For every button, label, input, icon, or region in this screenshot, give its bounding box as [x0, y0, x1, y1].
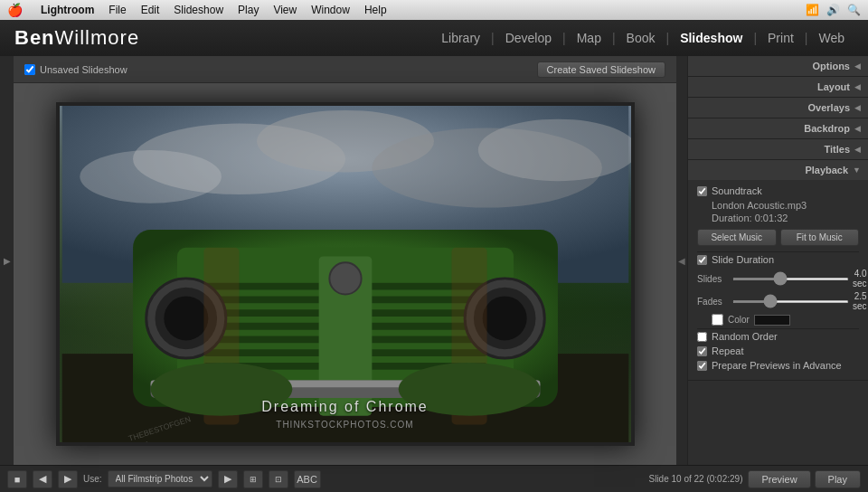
fades-label: Fades: [697, 297, 729, 307]
slide-duration-label: Slide Duration: [712, 254, 774, 265]
unsaved-checkbox-row: Unsaved Slideshow: [24, 64, 127, 75]
play-filmstrip-button[interactable]: ▶: [218, 470, 238, 488]
svg-point-5: [477, 119, 630, 182]
preview-area: THEBESTOFGEN .COM Dreaming of Chrome THI…: [14, 83, 676, 465]
random-order-checkbox[interactable]: [697, 332, 707, 342]
create-saved-slideshow-button[interactable]: Create Saved Slideshow: [537, 62, 665, 78]
svg-point-21: [482, 296, 526, 340]
slide-info: Slide 10 of 22 (0:02:29): [649, 474, 743, 484]
fades-slider[interactable]: [732, 300, 849, 303]
left-panel[interactable]: ▶: [0, 56, 14, 465]
options-arrow: ◀: [854, 62, 861, 71]
layout-section: Layout ◀: [688, 77, 868, 98]
nav-develop[interactable]: Develop: [496, 27, 561, 49]
slide-duration-checkbox[interactable]: [697, 255, 707, 265]
right-expand-arrow[interactable]: ◀: [676, 56, 687, 465]
title-bar: BenWillmore Library | Develop | Map | Bo…: [0, 20, 868, 56]
unsaved-label: Unsaved Slideshow: [40, 64, 127, 75]
fit-to-music-button[interactable]: Fit to Music: [780, 229, 860, 246]
abc-button[interactable]: ABC: [294, 470, 321, 488]
filmstrip-icon1[interactable]: ⊞: [243, 470, 263, 488]
brand: BenWillmore: [14, 26, 139, 50]
overlays-section: Overlays ◀: [688, 98, 868, 118]
music-file: London Acoustic.mp3: [712, 200, 859, 211]
options-label: Options: [812, 61, 850, 71]
prev-button[interactable]: ◀: [33, 470, 52, 488]
filmstrip-icon2[interactable]: ⊡: [269, 470, 288, 488]
menu-window[interactable]: Window: [311, 4, 350, 16]
menu-file[interactable]: File: [108, 4, 126, 16]
random-order-row: Random Order: [697, 331, 859, 342]
left-panel-arrow[interactable]: ▶: [4, 256, 11, 266]
fades-slider-row: Fades 2.5 sec: [697, 291, 859, 311]
slides-label: Slides: [697, 274, 729, 284]
unsaved-checkbox[interactable]: [24, 64, 35, 75]
menu-play[interactable]: Play: [238, 4, 259, 16]
wifi-icon: 📶: [806, 4, 819, 16]
select-music-button[interactable]: Select Music: [697, 229, 777, 246]
volume-icon: 🔊: [826, 4, 840, 16]
color-checkbox[interactable]: [712, 314, 723, 326]
repeat-label: Repeat: [712, 345, 743, 356]
playback-section: Playback ▼ Soundtrack London Acoustic.mp…: [688, 160, 868, 381]
overlays-label: Overlays: [808, 102, 850, 113]
backdrop-arrow: ◀: [854, 124, 861, 133]
options-section: Options ◀: [688, 56, 868, 77]
slides-slider[interactable]: [732, 278, 849, 280]
color-label: Color: [728, 315, 750, 325]
playback-arrow: ▼: [853, 166, 861, 175]
repeat-checkbox[interactable]: [697, 346, 707, 356]
menu-view[interactable]: View: [273, 4, 297, 16]
layout-header[interactable]: Layout ◀: [688, 77, 868, 97]
slideshow-toolbar: Unsaved Slideshow Create Saved Slideshow: [14, 56, 676, 83]
soundtrack-row: Soundtrack: [697, 185, 859, 196]
menu-bar: 🍎 Lightroom File Edit Slideshow Play Vie…: [0, 0, 868, 20]
soundtrack-label: Soundtrack: [712, 185, 762, 196]
nav-print[interactable]: Print: [759, 27, 803, 49]
truck-illustration: THEBESTOFGEN .COM: [60, 106, 631, 442]
prepare-previews-row: Prepare Previews in Advance: [697, 360, 859, 371]
nav-web[interactable]: Web: [809, 27, 854, 49]
titles-label: Titles: [824, 144, 850, 155]
color-swatch[interactable]: [754, 315, 790, 326]
apple-menu[interactable]: 🍎: [7, 3, 23, 17]
playback-label: Playback: [805, 165, 848, 175]
slide-image: THEBESTOFGEN .COM: [60, 106, 631, 442]
titles-arrow: ◀: [854, 145, 861, 154]
menu-slideshow[interactable]: Slideshow: [174, 4, 223, 16]
titles-section: Titles ◀: [688, 139, 868, 160]
fades-value: 2.5 sec: [853, 291, 867, 311]
random-order-label: Random Order: [712, 331, 778, 342]
next-button[interactable]: ▶: [58, 470, 78, 488]
soundtrack-checkbox[interactable]: [697, 186, 707, 196]
preview-button[interactable]: Preview: [748, 470, 810, 488]
nav-book[interactable]: Book: [618, 27, 665, 49]
right-panel: Options ◀ Layout ◀ Overlays ◀ Backdrop ◀: [687, 56, 868, 465]
backdrop-header[interactable]: Backdrop ◀: [688, 118, 868, 138]
music-duration: Duration: 0:01:32: [712, 213, 859, 223]
prepare-previews-checkbox[interactable]: [697, 361, 707, 371]
prepare-previews-label: Prepare Previews in Advance: [712, 360, 842, 371]
options-header[interactable]: Options ◀: [688, 56, 868, 76]
use-select[interactable]: All Filmstrip Photos: [108, 470, 212, 487]
play-button[interactable]: Play: [815, 470, 861, 488]
footer-right-buttons: Preview Play: [748, 470, 861, 488]
slides-value: 4.0 sec: [853, 269, 867, 289]
slides-slider-row: Slides 4.0 sec: [697, 269, 859, 289]
overlays-header[interactable]: Overlays ◀: [688, 98, 868, 118]
search-icon[interactable]: 🔍: [847, 4, 861, 16]
playback-content: Soundtrack London Acoustic.mp3 Duration:…: [688, 180, 868, 380]
module-nav: Library | Develop | Map | Book | Slidesh…: [432, 27, 854, 49]
color-row: Color: [712, 314, 859, 326]
nav-slideshow[interactable]: Slideshow: [671, 27, 751, 49]
use-label: Use:: [83, 474, 102, 484]
nav-map[interactable]: Map: [568, 27, 610, 49]
titles-header[interactable]: Titles ◀: [688, 139, 868, 159]
nav-library[interactable]: Library: [432, 27, 489, 49]
menu-edit[interactable]: Edit: [141, 4, 160, 16]
stop-button[interactable]: ■: [7, 470, 27, 488]
music-buttons: Select Music Fit to Music: [697, 229, 859, 246]
menu-help[interactable]: Help: [364, 4, 387, 16]
svg-point-18: [164, 296, 208, 340]
playback-header[interactable]: Playback ▼: [688, 160, 868, 180]
